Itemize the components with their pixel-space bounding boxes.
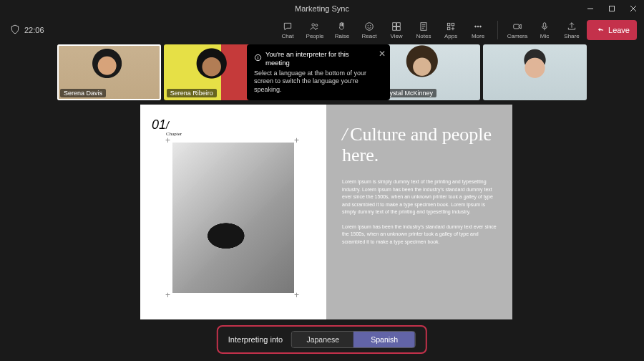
svg-rect-1 bbox=[610, 6, 615, 11]
close-window-button[interactable] bbox=[623, 0, 644, 17]
language-option-spanish[interactable]: Spanish bbox=[353, 332, 415, 347]
tooltip-close-button[interactable]: ✕ bbox=[379, 49, 386, 60]
camera-button[interactable]: Camera bbox=[505, 21, 530, 39]
view-icon bbox=[390, 21, 403, 32]
svg-rect-17 bbox=[447, 23, 450, 25]
language-option-japanese[interactable]: Japanese bbox=[292, 332, 353, 347]
crop-mark-icon: + bbox=[294, 292, 301, 299]
people-button[interactable]: People bbox=[303, 21, 327, 39]
chat-button[interactable]: Chat bbox=[275, 21, 300, 39]
raise-hand-icon bbox=[336, 21, 348, 32]
share-button[interactable]: Share bbox=[560, 21, 584, 39]
meeting-title: Marketing Sync bbox=[295, 4, 349, 13]
svg-rect-9 bbox=[393, 22, 396, 26]
view-button[interactable]: View bbox=[384, 21, 409, 39]
interpreter-tooltip: You're an interpreter for this meeting S… bbox=[247, 44, 390, 100]
react-icon bbox=[363, 21, 376, 32]
meeting-toolbar: Chat People Raise React View Notes Apps … bbox=[275, 20, 637, 40]
info-icon bbox=[254, 54, 262, 64]
crop-mark-icon: + bbox=[294, 137, 301, 144]
slide-image: + + + + bbox=[172, 143, 294, 293]
crop-mark-icon: + bbox=[165, 292, 172, 299]
svg-point-5 bbox=[316, 24, 318, 26]
slide-paragraph: Lorem Ipsum is simply dummy text of the … bbox=[342, 178, 497, 216]
mic-button[interactable]: Mic bbox=[532, 21, 557, 39]
leave-icon bbox=[594, 24, 604, 36]
svg-rect-24 bbox=[543, 22, 546, 27]
svg-point-6 bbox=[366, 22, 374, 30]
tooltip-body: Select a language at the bottom of your … bbox=[254, 69, 366, 93]
minimize-button[interactable] bbox=[580, 0, 601, 17]
slide-paragraph: Lorem Ipsum has been the industry's stan… bbox=[342, 223, 497, 246]
more-icon bbox=[472, 21, 484, 32]
tooltip-title: You're an interpreter for this meeting bbox=[265, 50, 371, 68]
svg-point-7 bbox=[368, 25, 369, 26]
svg-rect-10 bbox=[397, 22, 401, 26]
svg-point-8 bbox=[370, 25, 371, 26]
interpreter-label: Interpreting into bbox=[228, 335, 283, 344]
svg-point-21 bbox=[477, 26, 479, 27]
notes-button[interactable]: Notes bbox=[411, 21, 436, 39]
toolbar-divider bbox=[497, 21, 498, 39]
chapter-label: Chapter bbox=[166, 131, 315, 137]
svg-rect-18 bbox=[452, 23, 454, 25]
more-button[interactable]: More bbox=[466, 21, 490, 39]
svg-point-22 bbox=[480, 26, 482, 27]
crop-mark-icon: + bbox=[165, 137, 172, 144]
participant-video bbox=[483, 44, 587, 100]
language-toggle: Japanese Spanish bbox=[291, 331, 416, 348]
meeting-timer: 22:06 bbox=[24, 26, 44, 34]
svg-rect-12 bbox=[397, 27, 401, 30]
mic-icon bbox=[538, 21, 551, 32]
svg-rect-11 bbox=[393, 27, 396, 30]
participant-name: Serena Davis bbox=[60, 89, 106, 97]
notes-icon bbox=[417, 21, 430, 32]
shield-icon bbox=[10, 24, 20, 36]
participant-tile[interactable] bbox=[483, 44, 587, 100]
slide-heading: Culture and people here. bbox=[342, 125, 497, 165]
svg-rect-23 bbox=[514, 24, 519, 29]
maximize-button[interactable] bbox=[601, 0, 623, 17]
participant-tile[interactable]: Krystal McKinney bbox=[376, 44, 480, 100]
chapter-number: 01/ bbox=[152, 117, 315, 133]
raise-hand-button[interactable]: Raise bbox=[330, 21, 354, 39]
apps-button[interactable]: Apps bbox=[439, 21, 463, 39]
shared-content: 01/ Chapter + + + + Culture and people h… bbox=[140, 105, 512, 319]
camera-icon bbox=[511, 21, 524, 32]
interpreter-bar: Interpreting into Japanese Spanish bbox=[217, 325, 427, 354]
title-bar: Marketing Sync bbox=[0, 0, 644, 17]
svg-point-4 bbox=[312, 23, 315, 26]
svg-rect-19 bbox=[447, 27, 450, 30]
people-icon bbox=[308, 21, 321, 32]
svg-point-20 bbox=[475, 26, 477, 27]
participant-tile[interactable]: Serena Davis bbox=[57, 44, 161, 100]
apps-icon bbox=[444, 21, 457, 32]
share-icon bbox=[565, 21, 578, 32]
chat-icon bbox=[281, 21, 294, 32]
leave-button[interactable]: Leave bbox=[587, 20, 637, 40]
participant-name: Serena Ribeiro bbox=[167, 89, 217, 97]
react-button[interactable]: React bbox=[357, 21, 381, 39]
